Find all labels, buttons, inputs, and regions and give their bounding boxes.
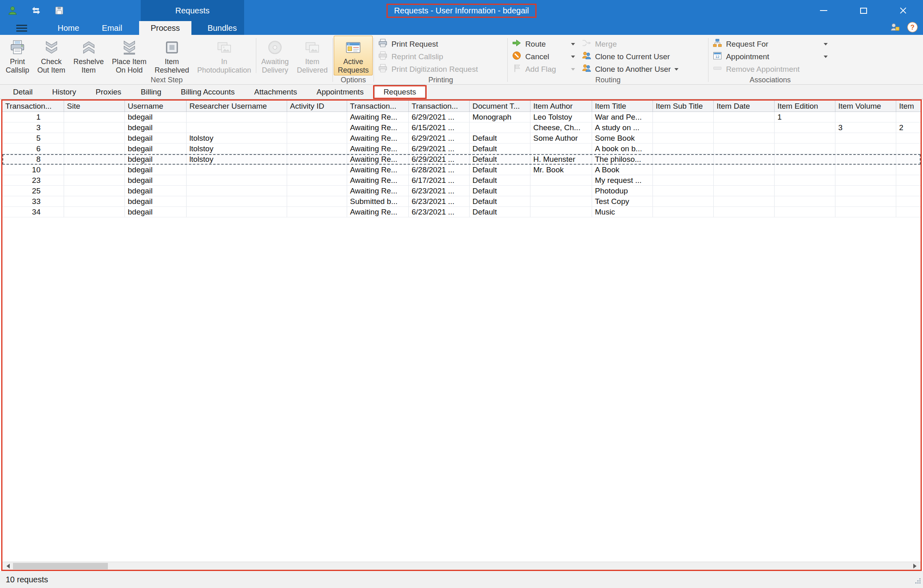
in-photoduplication-button[interactable]: In Photoduplication [193, 36, 255, 75]
grid-cell: Default [470, 207, 530, 217]
print-callslip-button[interactable]: Print Callslip [2, 36, 33, 75]
grid-cell [653, 196, 714, 206]
appointment-button[interactable]: 12 Appointment [709, 50, 831, 63]
grid-cell: bdegail [125, 165, 187, 175]
table-row[interactable]: 25bdegailAwaiting Re...6/23/2021 ...Defa… [2, 186, 921, 196]
grid-cell [835, 112, 896, 122]
tab-email[interactable]: Email [90, 21, 133, 35]
column-header[interactable]: Site [64, 101, 125, 112]
minimize-button[interactable] [804, 0, 844, 21]
scroll-right-button[interactable] [910, 562, 921, 570]
column-header[interactable]: Transaction... [347, 101, 409, 112]
grid-cell [653, 175, 714, 185]
chevron-down-icon[interactable] [824, 56, 828, 60]
printer-icon [9, 38, 26, 57]
grid-cell [714, 133, 775, 143]
column-header[interactable]: Document T... [470, 101, 530, 112]
flag-icon [512, 63, 522, 75]
active-requests-button[interactable]: A Active Requests [334, 36, 373, 75]
remove-appointment-button[interactable]: Remove Appointment [709, 63, 831, 75]
clone-to-current-user-button[interactable]: Clone to Current User [578, 50, 707, 63]
minimize-icon [820, 10, 827, 11]
reshelve-item-button[interactable]: Reshelve Item [69, 36, 108, 75]
scrollbar-thumb[interactable] [13, 563, 108, 569]
horizontal-scrollbar[interactable] [2, 562, 921, 570]
table-row[interactable]: 33bdegailSubmitted b...6/23/2021 ...Defa… [2, 196, 921, 207]
column-header[interactable]: Item Volume [835, 101, 896, 112]
column-header[interactable]: Researcher Username [187, 101, 287, 112]
awaiting-delivery-button[interactable]: Awaiting Delivery [257, 36, 293, 75]
item-reshelved-label: Item Reshelved [155, 58, 189, 75]
table-row[interactable]: 3bdegailAwaiting Re...6/15/2021 ...Chees… [2, 122, 921, 133]
route-button[interactable]: Route [509, 38, 578, 50]
chevron-down-icon[interactable] [674, 68, 678, 73]
table-row[interactable]: 23bdegailAwaiting Re...6/17/2021 ...Defa… [2, 175, 921, 186]
reprint-callslip-button[interactable]: Reprint Callslip [375, 50, 507, 63]
resize-grip[interactable] [914, 577, 921, 586]
column-header[interactable]: Item Author [530, 101, 592, 112]
tab-process[interactable]: Process [139, 21, 191, 35]
maximize-button[interactable] [844, 0, 883, 21]
table-row[interactable]: 8bdegailltolstoyAwaiting Re...6/29/2021 … [2, 154, 921, 165]
chevron-down-icon[interactable] [824, 43, 828, 47]
clone-to-another-user-button[interactable]: Clone to Another User [578, 63, 707, 75]
request-for-label: Request For [726, 40, 768, 49]
grid-cell [775, 175, 835, 185]
permissions-icon[interactable] [890, 22, 900, 34]
tab-bundles[interactable]: Bundles [196, 21, 248, 35]
column-header[interactable]: Username [125, 101, 187, 112]
grid-cell [775, 165, 835, 175]
column-header[interactable]: Item [896, 101, 921, 112]
table-row[interactable]: 34bdegailAwaiting Re...6/23/2021 ...Defa… [2, 207, 921, 217]
grid-cell [714, 144, 775, 154]
tab-billing[interactable]: Billing [132, 85, 170, 99]
chevron-down-icon[interactable] [571, 68, 575, 73]
grid-cell: Awaiting Re... [347, 165, 409, 175]
print-digitization-request-button[interactable]: Print Digitization Request [375, 63, 507, 75]
table-row[interactable]: 10bdegailAwaiting Re...6/28/2021 ...Defa… [2, 165, 921, 175]
grid-cell: bdegail [125, 144, 187, 154]
table-row[interactable]: 6bdegailltolstoyAwaiting Re...6/29/2021 … [2, 144, 921, 154]
column-header[interactable]: Item Date [714, 101, 775, 112]
column-header[interactable]: Item Title [592, 101, 653, 112]
check-out-item-button[interactable]: Check Out Item [33, 36, 69, 75]
place-item-on-hold-button[interactable]: Place Item On Hold [108, 36, 150, 75]
tab-detail[interactable]: Detail [4, 85, 42, 99]
tab-history[interactable]: History [43, 85, 85, 99]
double-up-arrow-icon [81, 38, 97, 57]
menu-button[interactable] [10, 21, 33, 35]
grid-cell: Awaiting Re... [347, 122, 409, 133]
tab-attachments[interactable]: Attachments [245, 85, 306, 99]
add-flag-button[interactable]: Add Flag [509, 63, 578, 75]
chevron-down-icon[interactable] [571, 43, 575, 47]
column-header[interactable]: Transaction... [409, 101, 470, 112]
item-delivered-button[interactable]: Item Delivered [293, 36, 332, 75]
help-icon[interactable]: ? [907, 21, 918, 34]
item-reshelved-button[interactable]: Item Reshelved [150, 36, 193, 75]
tab-home[interactable]: Home [46, 21, 90, 35]
tab-proxies[interactable]: Proxies [87, 85, 130, 99]
save-icon[interactable] [54, 6, 64, 15]
close-button[interactable] [883, 0, 923, 21]
column-header[interactable]: Item Sub Title [653, 101, 714, 112]
refresh-icon[interactable] [31, 5, 41, 16]
tab-requests[interactable]: Requests [374, 85, 425, 99]
table-row[interactable]: 5bdegailltolstoyAwaiting Re...6/29/2021 … [2, 133, 921, 144]
user-icon[interactable] [7, 5, 18, 16]
cancel-button[interactable]: Cancel [509, 50, 578, 63]
svg-text:?: ? [910, 24, 914, 31]
merge-button[interactable]: Merge [578, 38, 707, 50]
request-for-button[interactable]: Request For [709, 38, 831, 50]
column-header[interactable]: Item Edition [775, 101, 835, 112]
scrollbar-track[interactable] [108, 562, 910, 570]
scroll-left-button[interactable] [2, 562, 13, 570]
status-text: 10 requests [6, 575, 48, 584]
grid-cell: War and Pe... [592, 112, 653, 122]
table-row[interactable]: 1bdegailAwaiting Re...6/29/2021 ...Monog… [2, 112, 921, 122]
print-request-button[interactable]: Print Request [375, 38, 507, 50]
tab-appointments[interactable]: Appointments [307, 85, 372, 99]
chevron-down-icon[interactable] [571, 56, 575, 60]
column-header[interactable]: Activity ID [287, 101, 347, 112]
column-header[interactable]: Transaction... [2, 101, 64, 112]
tab-billing-accounts[interactable]: Billing Accounts [172, 85, 244, 99]
